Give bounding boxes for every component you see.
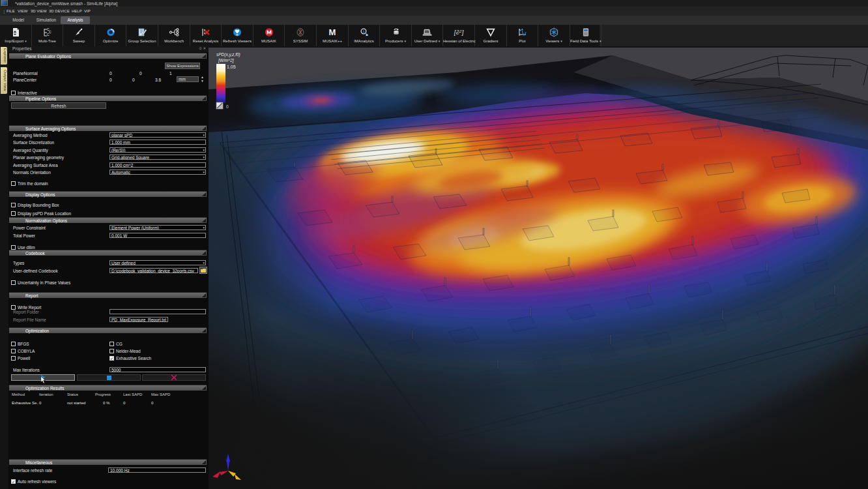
svg-text:1.05: 1.05 bbox=[227, 65, 236, 69]
svg-text:[∂²]: [∂²] bbox=[454, 29, 464, 36]
svg-text:M: M bbox=[329, 27, 336, 37]
svg-text:sPD(x,y,z,f0): sPD(x,y,z,f0) bbox=[216, 52, 240, 57]
svg-text:C: C bbox=[47, 33, 50, 37]
svg-text:[W/m^2]: [W/m^2] bbox=[218, 58, 234, 63]
svg-text:0: 0 bbox=[226, 104, 229, 109]
